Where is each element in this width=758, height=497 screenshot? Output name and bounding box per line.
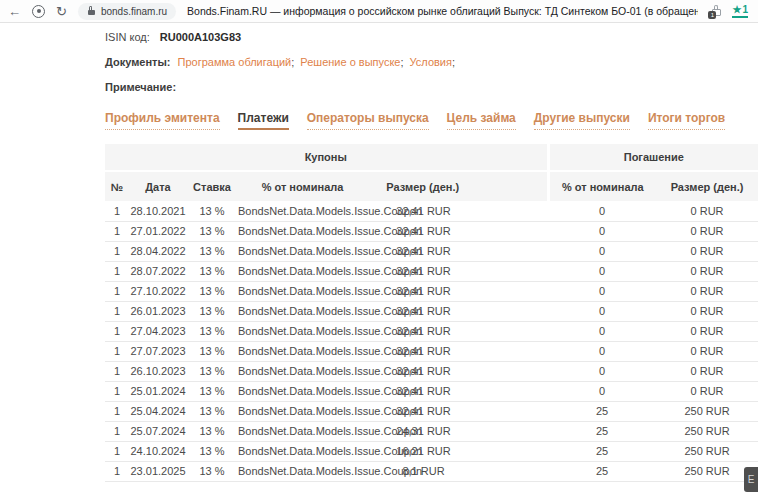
table-cell: BondsNet.Data.Models.Issue.Coupon	[237, 261, 368, 281]
table-cell: 250 RUR	[656, 461, 758, 481]
table-cell: 13 %	[187, 401, 237, 421]
table-row: 126.01.202313 %BondsNet.Data.Models.Issu…	[105, 301, 758, 321]
column-header: Ставка	[187, 171, 237, 201]
coupon-table-body: 128.10.202113 %BondsNet.Data.Models.Issu…	[105, 201, 758, 481]
table-cell: 1	[105, 241, 129, 261]
table-cell: 1	[105, 201, 129, 221]
table-cell: BondsNet.Data.Models.Issue.Coupon	[237, 401, 368, 421]
table-cell: 28.07.2022	[129, 261, 187, 281]
table-cell: 0	[548, 301, 656, 321]
table-cell: 0	[548, 261, 656, 281]
document-link[interactable]: Решение о выпуске	[300, 56, 400, 68]
password-extension-icon[interactable]: 1	[709, 4, 723, 18]
document-link[interactable]: Условия	[410, 56, 452, 68]
table-cell: 26.10.2023	[129, 361, 187, 381]
table-row: 128.07.202213 %BondsNet.Data.Models.Issu…	[105, 261, 758, 281]
table-cell: 28.10.2021	[129, 201, 187, 221]
table-cell: 250 RUR	[656, 421, 758, 441]
table-cell: 0 RUR	[656, 361, 758, 381]
table-cell: 23.01.2025	[129, 461, 187, 481]
table-cell: BondsNet.Data.Models.Issue.Coupon	[237, 381, 368, 401]
table-row: 127.10.202213 %BondsNet.Data.Models.Issu…	[105, 281, 758, 301]
table-cell: 0	[548, 241, 656, 261]
table-cell: 0 RUR	[656, 221, 758, 241]
isin-value: RU000A103G83	[160, 31, 241, 43]
table-cell: 13 %	[187, 261, 237, 281]
payments-table: Купоны Погашение №ДатаСтавка% от номинал…	[105, 144, 758, 482]
table-cell: 24.10.2024	[129, 441, 187, 461]
page-title: Bonds.Finam.RU — информация о российском…	[187, 5, 698, 17]
table-cell: 0	[548, 321, 656, 341]
table-cell: 1	[105, 461, 129, 481]
browser-toolbar: ← ↻ bonds.finam.ru Bonds.Finam.RU — инфо…	[0, 0, 758, 23]
back-icon[interactable]: ←	[8, 5, 21, 18]
table-row: 127.07.202313 %BondsNet.Data.Models.Issu…	[105, 341, 758, 361]
corner-overlay-label: Е	[748, 474, 755, 485]
note-label: Примечание:	[105, 81, 176, 93]
table-cell: 13 %	[187, 321, 237, 341]
group-header-row: Купоны Погашение	[105, 144, 758, 171]
table-cell: BondsNet.Data.Models.Issue.Coupon	[237, 241, 368, 261]
documents-label: Документы:	[105, 56, 171, 68]
table-cell: 13 %	[187, 201, 237, 221]
table-cell: 1	[105, 381, 129, 401]
table-cell: 27.07.2023	[129, 341, 187, 361]
table-cell: 13 %	[187, 221, 237, 241]
table-cell: 28.04.2022	[129, 241, 187, 261]
table-cell: 13 %	[187, 281, 237, 301]
corner-overlay[interactable]: Е	[744, 467, 758, 492]
table-cell: BondsNet.Data.Models.Issue.Coupon	[237, 421, 368, 441]
tab-payments[interactable]: Платежи	[238, 111, 289, 130]
table-cell: 27.04.2023	[129, 321, 187, 341]
page-content: ISIN код: RU000A103G83 Документы: Програ…	[105, 23, 758, 482]
table-cell: 0	[548, 281, 656, 301]
table-cell: BondsNet.Data.Models.Issue.Coupon	[237, 301, 368, 321]
table-cell: 0	[548, 221, 656, 241]
extension-circle-icon[interactable]	[32, 5, 45, 18]
tab-loan-purpose[interactable]: Цель займа	[447, 111, 516, 130]
documents-line: Документы: Программа облигаций; Решение …	[105, 56, 758, 69]
document-link[interactable]: Программа облигаций	[178, 56, 292, 68]
column-header: Размер (ден.)	[656, 171, 758, 201]
table-cell: 0	[548, 381, 656, 401]
table-cell: 13 %	[187, 461, 237, 481]
table-row: 128.10.202113 %BondsNet.Data.Models.Issu…	[105, 201, 758, 221]
tab-issuer-profile[interactable]: Профиль эмитента	[105, 111, 220, 130]
table-cell: 0 RUR	[656, 281, 758, 301]
separator: ;	[452, 56, 455, 68]
table-cell: 0	[548, 201, 656, 221]
table-cell: 27.01.2022	[129, 221, 187, 241]
column-header: Размер (ден.)	[368, 171, 548, 201]
address-bar[interactable]: bonds.finam.ru	[78, 3, 176, 20]
table-cell: 25.07.2024	[129, 421, 187, 441]
table-cell: BondsNet.Data.Models.Issue.Coupon	[237, 441, 368, 461]
reload-icon[interactable]: ↻	[56, 5, 67, 18]
tab-other-issues[interactable]: Другие выпуски	[534, 111, 630, 130]
table-row: 125.04.202413 %BondsNet.Data.Models.Issu…	[105, 401, 758, 421]
table-cell: 25	[548, 441, 656, 461]
table-cell: 1	[105, 441, 129, 461]
table-cell: BondsNet.Data.Models.Issue.Coupon	[237, 461, 368, 481]
table-cell: 13 %	[187, 241, 237, 261]
table-cell: 0	[548, 341, 656, 361]
table-cell: 27.10.2022	[129, 281, 187, 301]
table-cell: BondsNet.Data.Models.Issue.Coupon	[237, 341, 368, 361]
table-head: Купоны Погашение №ДатаСтавка% от номинал…	[105, 144, 758, 201]
tab-trading-results[interactable]: Итоги торгов	[648, 111, 725, 130]
bookmark-star-icon[interactable]: ★ 1	[732, 4, 748, 18]
table-cell: 1	[105, 281, 129, 301]
table-cell: 25	[548, 421, 656, 441]
column-header: Дата	[129, 171, 187, 201]
table-cell: 25.01.2024	[129, 381, 187, 401]
tab-issue-operators[interactable]: Операторы выпуска	[307, 111, 429, 130]
table-row: 127.01.202213 %BondsNet.Data.Models.Issu…	[105, 221, 758, 241]
documents-links: Программа облигаций; Решение о выпуске; …	[178, 56, 458, 68]
table-cell: 13 %	[187, 381, 237, 401]
table-cell: 1	[105, 301, 129, 321]
table-cell: 0 RUR	[656, 341, 758, 361]
table-cell: 26.01.2023	[129, 301, 187, 321]
table-cell: 1	[105, 401, 129, 421]
table-cell: 1	[105, 221, 129, 241]
table-cell: 0 RUR	[656, 201, 758, 221]
table-row: 125.07.202413 %BondsNet.Data.Models.Issu…	[105, 421, 758, 441]
